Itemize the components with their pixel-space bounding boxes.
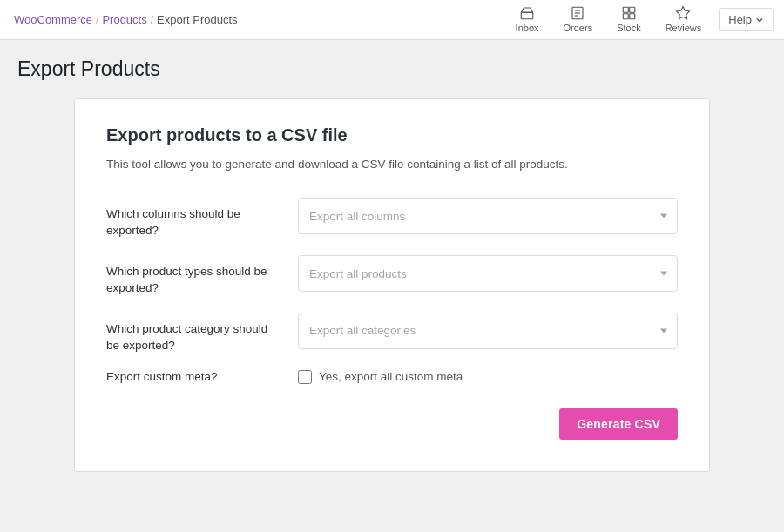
reviews-label: Reviews xyxy=(666,23,702,33)
inbox-label: Inbox xyxy=(516,23,539,33)
button-row: Generate CSV xyxy=(106,408,678,440)
inbox-icon xyxy=(519,5,535,21)
category-row: Which product category should be exporte… xyxy=(106,313,678,354)
nav-stock[interactable]: Stock xyxy=(605,0,653,40)
top-nav: WooCommerce / Products / Export Products… xyxy=(0,0,784,40)
stock-icon xyxy=(621,5,637,21)
nav-reviews[interactable]: Reviews xyxy=(653,0,714,40)
types-select[interactable]: Export all products xyxy=(298,255,678,292)
reviews-icon xyxy=(675,5,691,21)
nav-inbox[interactable]: Inbox xyxy=(504,0,551,40)
types-field-wrapper: Export all products xyxy=(298,255,678,292)
breadcrumb-sep-1: / xyxy=(96,14,98,26)
custom-meta-row: Export custom meta? Yes, export all cust… xyxy=(106,370,678,384)
columns-select[interactable]: Export all columns xyxy=(298,198,678,234)
page-content: Export Products Export products to a CSV… xyxy=(0,40,784,489)
card-title: Export products to a CSV file xyxy=(106,125,678,145)
breadcrumb-woocommerce[interactable]: WooCommerce xyxy=(14,13,92,26)
types-row: Which product types should be exported? … xyxy=(106,255,678,297)
custom-meta-checkbox[interactable] xyxy=(298,370,312,384)
svg-marker-10 xyxy=(677,6,690,18)
svg-rect-9 xyxy=(630,13,635,18)
columns-field-wrapper: Export all columns xyxy=(298,198,678,234)
breadcrumb-current: Export Products xyxy=(157,13,238,26)
card-description: This tool allows you to generate and dow… xyxy=(106,156,678,173)
breadcrumb-products[interactable]: Products xyxy=(102,13,146,26)
export-card: Export products to a CSV file This tool … xyxy=(74,98,710,472)
types-label: Which product types should be exported? xyxy=(106,255,280,297)
svg-rect-6 xyxy=(623,7,628,12)
svg-rect-8 xyxy=(623,13,628,18)
category-label: Which product category should be exporte… xyxy=(106,313,280,354)
breadcrumb-sep-2: / xyxy=(151,14,153,26)
help-button[interactable]: Help xyxy=(719,8,774,31)
stock-label: Stock xyxy=(617,23,641,33)
custom-meta-checkbox-label[interactable]: Yes, export all custom meta xyxy=(319,370,463,383)
breadcrumb: WooCommerce / Products / Export Products xyxy=(14,13,238,26)
generate-csv-button[interactable]: Generate CSV xyxy=(559,408,678,440)
help-label: Help xyxy=(728,13,752,26)
nav-orders[interactable]: Orders xyxy=(551,0,605,40)
columns-row: Which columns should be exported? Export… xyxy=(106,198,678,239)
columns-label: Which columns should be exported? xyxy=(106,198,280,239)
custom-meta-field: Yes, export all custom meta xyxy=(298,370,463,384)
orders-icon xyxy=(570,5,585,21)
page-title: Export Products xyxy=(17,57,767,81)
svg-rect-7 xyxy=(630,7,635,12)
nav-icons-group: Inbox Orders Stock xyxy=(504,0,774,40)
orders-label: Orders xyxy=(564,23,593,33)
chevron-down-icon xyxy=(755,16,764,24)
category-field-wrapper: Export all categories xyxy=(298,313,678,349)
category-select[interactable]: Export all categories xyxy=(298,313,678,349)
custom-meta-label: Export custom meta? xyxy=(106,370,280,383)
svg-rect-0 xyxy=(521,12,533,19)
